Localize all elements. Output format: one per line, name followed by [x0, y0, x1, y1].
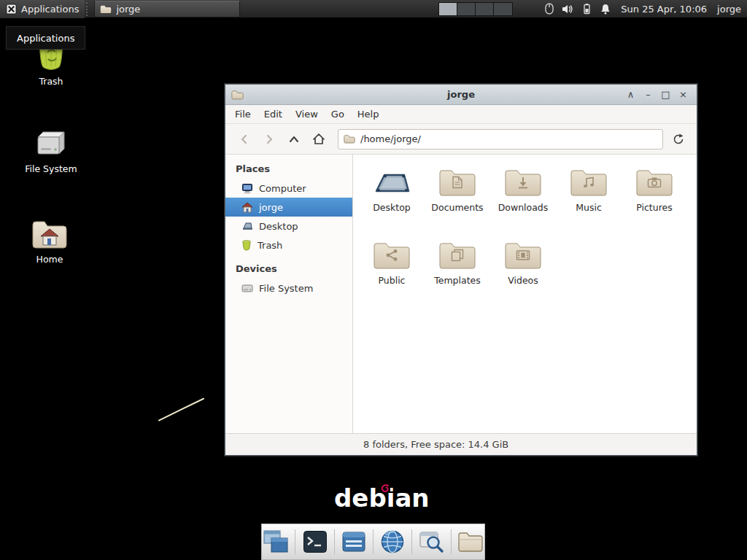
- devices-header: Devices: [225, 260, 352, 279]
- desktop-icon-filesystem[interactable]: File System: [15, 122, 88, 174]
- main-pane: Desktop Documents: [353, 155, 697, 433]
- folder-icon: [504, 165, 542, 197]
- debian-logo: debian: [334, 483, 430, 513]
- panel-handle: [86, 2, 91, 16]
- menu-file[interactable]: File: [228, 106, 258, 122]
- notification-bell-icon[interactable]: [600, 4, 611, 15]
- path-entry[interactable]: /home/jorge/: [338, 129, 663, 149]
- close-button[interactable]: ×: [676, 88, 691, 102]
- applications-menu-button[interactable]: Applications: [0, 0, 85, 18]
- workspace-3[interactable]: [476, 3, 494, 15]
- folder-label: Public: [379, 275, 406, 286]
- desktop-icon-label: Home: [13, 254, 86, 265]
- window-content: Places Computer jorge: [225, 155, 697, 433]
- menu-view[interactable]: View: [289, 106, 325, 122]
- home-button[interactable]: [307, 128, 330, 150]
- folder-label: Music: [576, 202, 602, 213]
- shade-button[interactable]: ∧: [623, 88, 638, 102]
- home-icon: [241, 202, 253, 213]
- titlebar[interactable]: jorge ∧ – □ ×: [225, 85, 697, 105]
- clock[interactable]: Sun 25 Apr, 10:06: [621, 4, 707, 15]
- dock-separator: [295, 529, 295, 554]
- battery-icon[interactable]: [581, 4, 592, 15]
- folder-label: Documents: [431, 202, 483, 213]
- application-finder-icon[interactable]: [417, 526, 445, 557]
- menu-edit[interactable]: Edit: [258, 106, 289, 122]
- share-icon: [385, 249, 398, 262]
- folder-label: Downloads: [498, 202, 549, 213]
- file-manager-window: jorge ∧ – □ × File Edit View Go Help: [225, 84, 697, 456]
- panel-right-area: Sun 25 Apr, 10:06 jorge: [438, 2, 747, 16]
- reload-button[interactable]: [667, 128, 689, 150]
- template-icon: [451, 249, 464, 262]
- toolbar: /home/jorge/: [225, 124, 697, 155]
- menubar: File Edit View Go Help: [225, 105, 697, 124]
- folder-item-public[interactable]: Public: [359, 238, 425, 311]
- places-header: Places: [225, 160, 352, 179]
- mouse-settings-icon[interactable]: [545, 3, 554, 15]
- sidebar-item-filesystem[interactable]: File System: [225, 279, 352, 298]
- volume-icon[interactable]: [562, 4, 573, 15]
- dock-separator: [373, 529, 374, 554]
- filesystem-drive-icon: [15, 122, 88, 159]
- menu-go[interactable]: Go: [325, 106, 351, 122]
- desktop-artifact-line: [158, 397, 205, 421]
- dock-separator: [451, 529, 452, 554]
- up-button[interactable]: [282, 128, 306, 150]
- status-text: 8 folders, Free space: 14.4 GiB: [363, 439, 508, 450]
- panel-username[interactable]: jorge: [717, 4, 741, 15]
- menu-help[interactable]: Help: [351, 106, 386, 122]
- forward-button[interactable]: [258, 128, 281, 150]
- sidebar-item-computer[interactable]: Computer: [225, 179, 352, 198]
- folder-icon: [438, 238, 476, 270]
- workspace-4[interactable]: [494, 3, 512, 15]
- taskbar-folder-icon: [100, 4, 112, 14]
- folder-label: Pictures: [636, 202, 673, 213]
- maximize-button[interactable]: □: [658, 88, 673, 102]
- web-browser-globe-icon[interactable]: [379, 526, 406, 557]
- folder-item-templates[interactable]: Templates: [425, 238, 490, 311]
- file-manager-folder-icon[interactable]: [457, 526, 484, 557]
- sidebar-item-trash[interactable]: Trash: [225, 236, 352, 254]
- top-panel: Applications jorge: [0, 0, 747, 18]
- folder-grid: Desktop Documents: [353, 155, 697, 433]
- workspace-2[interactable]: [457, 3, 476, 15]
- show-desktop-icon[interactable]: [262, 526, 290, 557]
- camera-icon: [647, 176, 662, 188]
- applications-menu-icon: [6, 4, 17, 15]
- desktop-icon-home[interactable]: Home: [13, 213, 86, 265]
- taskbar-window-label: jorge: [116, 4, 140, 15]
- folder-item-pictures[interactable]: Pictures: [622, 165, 687, 238]
- sidebar-item-desktop[interactable]: Desktop: [225, 217, 352, 236]
- download-arrow-icon: [516, 176, 530, 189]
- drive-icon: [241, 284, 253, 293]
- system-tray: [545, 3, 611, 15]
- folder-item-desktop[interactable]: Desktop: [359, 165, 425, 238]
- window-list-icon[interactable]: [340, 526, 368, 557]
- film-icon: [516, 250, 530, 261]
- folder-item-downloads[interactable]: Downloads: [490, 165, 556, 238]
- taskbar-window-button[interactable]: jorge: [94, 1, 240, 18]
- sidebar-item-label: Desktop: [259, 221, 298, 232]
- workspace-switcher: [438, 2, 513, 16]
- window-folder-icon: [231, 90, 244, 100]
- folder-item-music[interactable]: Music: [556, 165, 622, 238]
- folder-item-videos[interactable]: Videos: [490, 238, 556, 311]
- tooltip-label: Applications: [17, 33, 74, 44]
- folder-icon: [373, 238, 411, 270]
- sidebar-item-jorge[interactable]: jorge: [225, 198, 352, 217]
- folder-icon: [570, 165, 608, 197]
- desktop-desk-icon: [371, 165, 413, 197]
- minimize-button[interactable]: –: [640, 88, 656, 102]
- document-glyph-icon: [452, 176, 463, 189]
- sidebar-item-label: jorge: [259, 202, 283, 213]
- back-button[interactable]: [233, 128, 256, 150]
- workspace-1[interactable]: [439, 3, 457, 15]
- folder-item-documents[interactable]: Documents: [425, 165, 490, 238]
- sidebar-item-label: Trash: [258, 240, 282, 251]
- terminal-icon[interactable]: [301, 526, 328, 557]
- dock-separator: [334, 529, 335, 554]
- desktop-icon-label: Trash: [15, 76, 88, 87]
- music-note-icon: [582, 176, 595, 189]
- path-folder-icon: [344, 134, 355, 144]
